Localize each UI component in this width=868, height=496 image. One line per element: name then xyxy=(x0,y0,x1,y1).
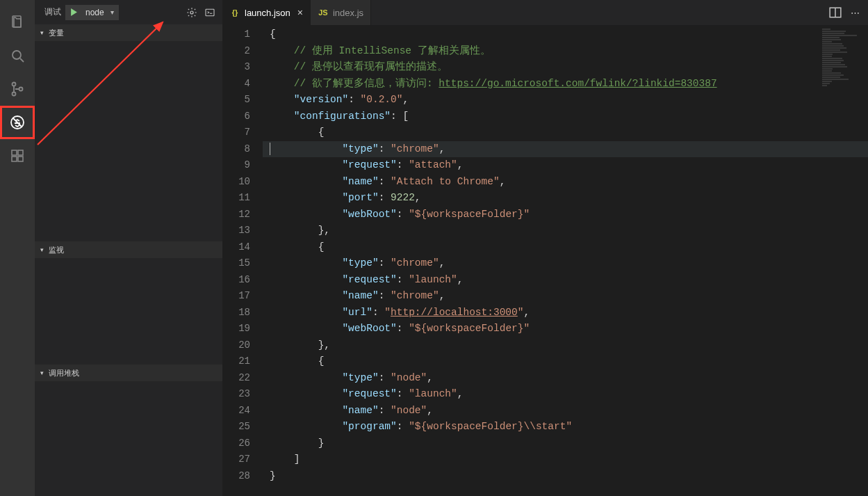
debug-console-icon[interactable] xyxy=(203,6,217,19)
section-callstack-body xyxy=(35,381,222,496)
debug-config-name[interactable]: node xyxy=(81,8,118,17)
line-gutter: 1234567891011121314151617181920212223242… xyxy=(222,25,263,496)
start-debug-icon[interactable] xyxy=(66,6,81,19)
svg-point-13 xyxy=(190,11,193,14)
close-icon[interactable]: × xyxy=(295,7,303,18)
json-file-icon: {} xyxy=(229,7,240,18)
explorer-icon[interactable] xyxy=(0,6,35,39)
debug-icon[interactable] xyxy=(0,106,35,139)
tab-label: launch.json xyxy=(245,8,290,18)
debug-title: 调试 xyxy=(44,6,61,18)
svg-point-5 xyxy=(19,88,23,91)
js-file-icon: JS xyxy=(318,7,329,18)
section-variables[interactable]: 变量 xyxy=(35,24,222,41)
svg-rect-10 xyxy=(12,157,17,161)
more-icon[interactable]: ⋯ xyxy=(849,6,861,19)
svg-line-2 xyxy=(20,58,24,62)
tab-index-js[interactable]: JS index.js xyxy=(311,0,371,25)
svg-rect-11 xyxy=(18,157,23,161)
section-watch-body xyxy=(35,258,222,365)
tab-bar: {} launch.json × JS index.js ⋯ xyxy=(222,0,868,25)
minimap[interactable] xyxy=(822,28,865,104)
svg-rect-9 xyxy=(18,150,23,155)
section-variables-body xyxy=(35,41,222,241)
svg-rect-14 xyxy=(206,9,214,15)
code-area[interactable]: { // 使用 IntelliSense 了解相关属性。 // 悬停以查看现有属… xyxy=(263,25,868,496)
section-watch[interactable]: 监视 xyxy=(35,241,222,258)
tab-launch-json[interactable]: {} launch.json × xyxy=(222,0,311,25)
debug-config-selector[interactable]: node xyxy=(65,5,119,20)
section-callstack[interactable]: 调用堆栈 xyxy=(35,365,222,381)
split-editor-icon[interactable] xyxy=(829,6,842,19)
editor-group: {} launch.json × JS index.js ⋯ 123456789… xyxy=(222,0,868,496)
svg-point-1 xyxy=(13,51,21,59)
activity-bar xyxy=(0,0,35,496)
search-icon[interactable] xyxy=(0,39,35,72)
debug-header: 调试 node xyxy=(35,0,222,24)
svg-point-4 xyxy=(13,93,16,96)
debug-side-panel: 调试 node 变量 监视 调用堆栈 xyxy=(35,0,222,496)
svg-rect-8 xyxy=(12,150,17,155)
gear-icon[interactable] xyxy=(185,6,199,19)
editor[interactable]: 1234567891011121314151617181920212223242… xyxy=(222,25,868,496)
svg-point-3 xyxy=(13,83,16,86)
tab-label: index.js xyxy=(333,8,363,18)
extensions-icon[interactable] xyxy=(0,139,35,173)
source-control-icon[interactable] xyxy=(0,72,35,106)
